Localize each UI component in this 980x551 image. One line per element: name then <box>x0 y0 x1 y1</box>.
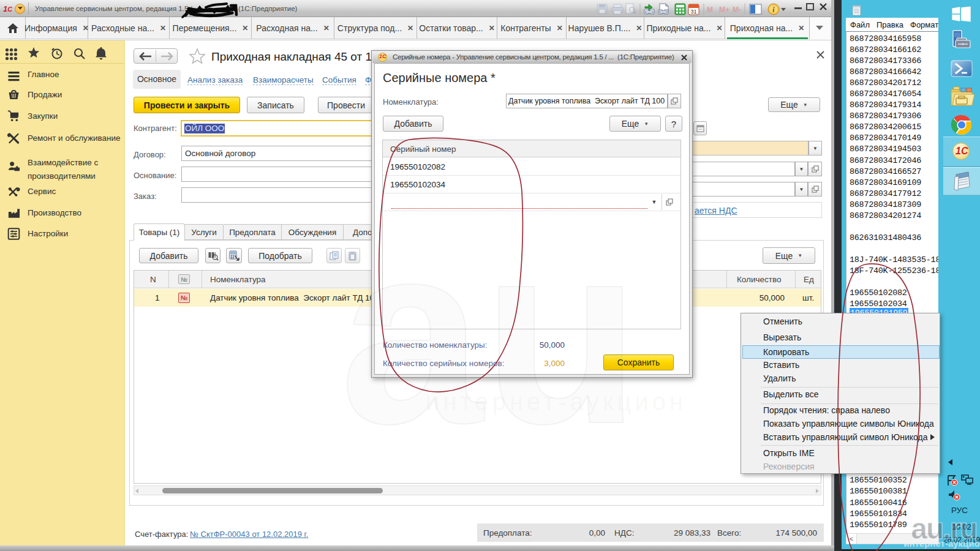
svg-text:M: M <box>707 6 713 14</box>
svg-text:M-: M- <box>733 6 741 14</box>
svg-text:31: 31 <box>690 9 696 15</box>
svg-text:M+: M+ <box>719 6 729 14</box>
